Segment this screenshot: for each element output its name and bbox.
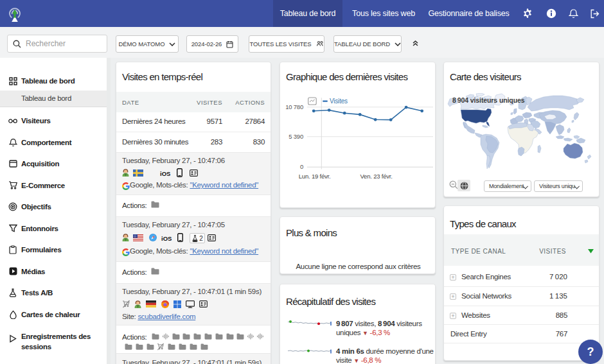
svg-text:Ven. 23 févr.: Ven. 23 févr. [360, 173, 392, 180]
svg-text:5 390: 5 390 [289, 133, 303, 140]
svg-text:Lun. 19 févr.: Lun. 19 févr. [299, 173, 331, 180]
svg-text:Visites: Visites [330, 98, 348, 105]
svg-text:10 780: 10 780 [285, 103, 303, 110]
svg-text:0: 0 [300, 163, 303, 170]
